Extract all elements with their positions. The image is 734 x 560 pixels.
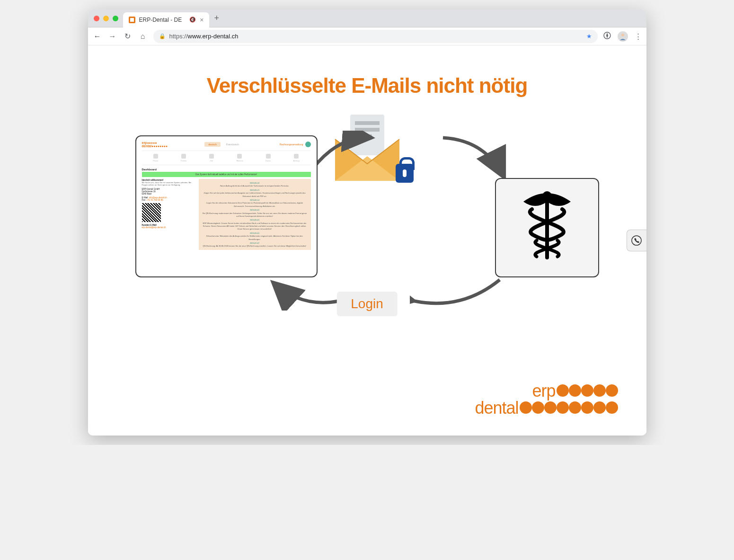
page-content: Verschlüsselte E-Mails nicht nötig <box>88 45 646 436</box>
phone-icon <box>631 235 642 246</box>
brand-dot <box>544 401 557 414</box>
brand-dot <box>593 384 606 397</box>
new-tab-button[interactable]: + <box>214 13 219 23</box>
svg-rect-1 <box>130 18 134 22</box>
tab-close-icon[interactable]: × <box>200 16 203 24</box>
brand-dot <box>581 401 593 414</box>
dashboard-news-box: 2020-09-24Neuer Auftrag direkt durch Aus… <box>199 179 311 250</box>
phone-widget-button[interactable] <box>627 230 646 251</box>
address-bar[interactable]: 🔒 https://www.erp-dental.ch ★ <box>153 30 598 43</box>
favicon-icon <box>129 17 135 23</box>
brand-dot <box>606 401 618 414</box>
dashboard-nav-praxis: Praxis <box>153 154 158 162</box>
extension-icon[interactable] <box>603 32 611 41</box>
dashboard-nav-zeit: Zeit <box>209 154 214 162</box>
qr-code-icon <box>142 203 161 222</box>
profile-avatar[interactable] <box>618 31 628 42</box>
arrow-login-to-dashboard <box>268 273 344 311</box>
menu-button[interactable]: ⋮ <box>635 32 642 41</box>
dashboard-nav-material: Material <box>236 154 243 162</box>
diagram: erp●●●●● dental●●●●●●●● deutsch Französi… <box>88 107 646 372</box>
browser-tab[interactable]: ERP-Dental - DE 🔇 × <box>123 12 210 27</box>
tab-title: ERP-Dental - DE <box>139 17 182 23</box>
browser-window: ERP-Dental - DE 🔇 × + ← → ↻ ⌂ 🔒 https://… <box>88 9 646 436</box>
brand-dot <box>606 384 618 397</box>
forward-button[interactable]: → <box>108 32 117 41</box>
caduceus-icon <box>514 187 580 268</box>
dashboard-right-link: Rechnungsverwaltung <box>280 142 310 147</box>
brand-dot <box>557 401 569 414</box>
maximize-window-button[interactable] <box>113 16 118 21</box>
reload-button[interactable]: ↻ <box>123 32 133 41</box>
bookmark-star-icon[interactable]: ★ <box>586 33 592 40</box>
toolbar-right: ⋮ <box>603 31 642 42</box>
arrow-medical-to-login <box>410 273 504 311</box>
dashboard-screenshot-panel: erp●●●●● dental●●●●●●●● deutsch Französi… <box>135 135 318 277</box>
brand-logo: erp dental <box>475 382 618 417</box>
dashboard-nav-patient: Patient <box>181 154 186 162</box>
minimize-window-button[interactable] <box>103 16 109 21</box>
page-headline: Verschlüsselte E-Mails nicht nötig <box>88 74 646 98</box>
dashboard-nav-kasse: Kasse <box>265 154 271 162</box>
brand-dot <box>557 384 569 397</box>
medical-panel <box>495 178 599 277</box>
browser-toolbar: ← → ↻ ⌂ 🔒 https://www.erp-dental.ch ★ ⋮ <box>88 27 646 45</box>
back-button[interactable]: ← <box>93 32 102 41</box>
dashboard-lang-tabs: deutsch Französisch <box>204 142 242 147</box>
arrow-dashboard-to-mail <box>310 131 377 173</box>
lock-icon: 🔒 <box>159 33 166 39</box>
home-button[interactable]: ⌂ <box>138 32 148 41</box>
brand-dot <box>532 401 544 414</box>
close-window-button[interactable] <box>94 16 99 21</box>
window-controls <box>94 16 118 21</box>
padlock-icon <box>396 164 414 183</box>
brand-dot <box>569 384 581 397</box>
dashboard-welcome-box: Herzlich willkommen! Wir freuen uns, das… <box>142 179 194 250</box>
brand-dot <box>520 401 532 414</box>
brand-dot <box>581 384 593 397</box>
tab-mute-icon[interactable]: 🔇 <box>189 17 196 23</box>
brand-dot <box>569 401 581 414</box>
dashboard-nav-auftrag: Auftrag <box>293 154 300 162</box>
svg-point-10 <box>632 236 641 245</box>
url: https://www.erp-dental.ch <box>169 33 239 40</box>
titlebar: ERP-Dental - DE 🔇 × + <box>88 9 646 27</box>
dashboard-logo: erp●●●●● dental●●●●●●●● <box>142 141 168 148</box>
svg-point-3 <box>621 34 624 36</box>
dashboard-nav-icons: PraxisPatientZeitMaterialKasseAuftrag <box>142 151 311 165</box>
brand-dot <box>593 401 606 414</box>
login-badge: Login <box>336 292 398 316</box>
dashboard-status-bar: Das System läuft aktuell tadellos und mi… <box>142 172 311 177</box>
dashboard-section-title: Dashboard <box>142 168 311 171</box>
dashboard-badge-icon <box>305 142 311 147</box>
